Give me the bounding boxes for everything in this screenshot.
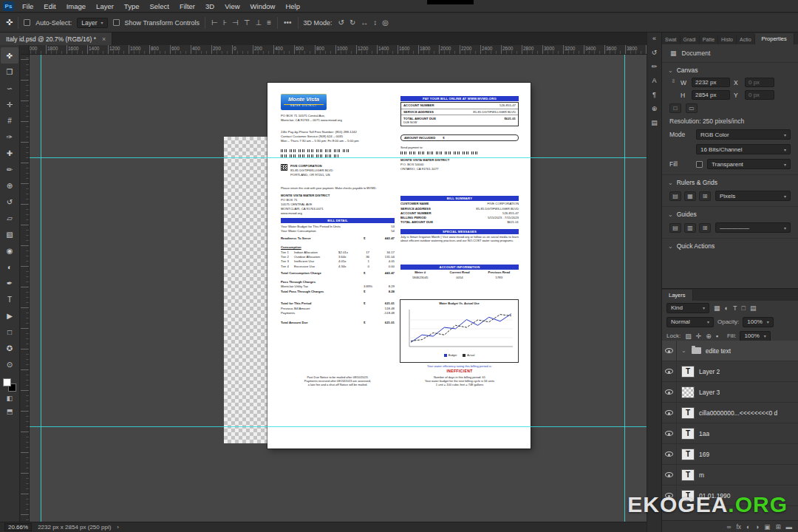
fill-checkbox[interactable]: [696, 161, 703, 168]
tab-swat[interactable]: Swat: [662, 35, 681, 44]
align-bottom-icon[interactable]: ≡: [266, 18, 272, 27]
vertical-guide[interactable]: [41, 55, 41, 522]
new-adjustment-icon[interactable]: ◑: [755, 523, 759, 531]
menu-help[interactable]: Help: [280, 0, 305, 12]
menu-file[interactable]: File: [17, 0, 38, 12]
marquee-tool[interactable]: ❒: [1, 64, 18, 80]
guides-section-header[interactable]: ⌄ Guides: [662, 206, 798, 220]
document-tab[interactable]: Italy id.psd @ 20.7% (RGB/16) * ×: [0, 33, 112, 45]
quick-actions-section-header[interactable]: ⌄ Quick Actions: [662, 238, 798, 252]
visibility-cell[interactable]: [662, 361, 677, 381]
more-options-icon[interactable]: •••: [283, 18, 293, 27]
width-field[interactable]: 2232 px: [692, 78, 730, 87]
snap-icon-icon[interactable]: ⊞: [699, 191, 711, 201]
pen-tool[interactable]: ✒: [1, 275, 18, 291]
ruler-left[interactable]: [21, 55, 30, 522]
new-layer-icon[interactable]: ⊞: [775, 523, 780, 531]
filter-adjustment-icon[interactable]: ◐: [724, 304, 729, 312]
layers-fill-dropdown[interactable]: 100%▾: [740, 331, 770, 341]
3d-slide-icon[interactable]: ↕: [372, 18, 378, 27]
filter-smart-icon[interactable]: ▤: [749, 304, 757, 312]
filter-type-icon[interactable]: T: [732, 304, 738, 312]
guide-style-dropdown[interactable]: —————▾: [715, 222, 791, 233]
eye-icon[interactable]: [665, 410, 673, 415]
align-top-icon[interactable]: ⊤: [243, 18, 251, 27]
new-group-icon[interactable]: ▣: [764, 523, 770, 531]
expand-panels-icon[interactable]: «: [652, 35, 656, 42]
zoom-level-field[interactable]: 20.66%: [4, 523, 32, 531]
layer-row[interactable]: Tcilla0000000...<<<<<<<<0 d: [662, 403, 798, 423]
show-transform-checkbox[interactable]: [113, 19, 120, 26]
paragraph-panel-icon[interactable]: ¶: [652, 91, 656, 98]
3d-roll-icon[interactable]: ↻: [349, 18, 356, 27]
visibility-cell[interactable]: [662, 403, 677, 423]
rulers-grids-section-header[interactable]: ⌄ Rulers & Grids: [662, 174, 798, 188]
grid-icon-icon[interactable]: ▦: [684, 191, 696, 201]
align-right-icon[interactable]: ⊣: [231, 18, 239, 27]
libraries-panel-icon[interactable]: ▤: [651, 119, 658, 126]
eye-icon[interactable]: [665, 472, 673, 477]
history-brush-tool[interactable]: ↺: [1, 194, 18, 210]
filter-pixel-icon[interactable]: ▦: [713, 304, 721, 312]
document-page[interactable]: Monte Vista WATER DISTRICT PO BOX 71 105…: [267, 83, 531, 449]
screen-mode-icon[interactable]: ⬒: [1, 405, 18, 418]
auto-select-checkbox[interactable]: [24, 19, 30, 26]
foreground-color-swatch[interactable]: [3, 378, 11, 386]
tab-histo[interactable]: Histo: [718, 35, 737, 44]
3d-pan-icon[interactable]: ↔: [360, 18, 369, 27]
quick-mask-icon[interactable]: ◧: [1, 392, 18, 405]
color-swatches[interactable]: [3, 378, 16, 392]
blend-mode-dropdown[interactable]: Normal▾: [666, 317, 714, 327]
layer-row[interactable]: T1aa: [662, 423, 798, 444]
layer-filter-dropdown[interactable]: Kind▾: [666, 303, 709, 313]
eye-icon[interactable]: [665, 369, 673, 374]
menu-select[interactable]: Select: [144, 0, 174, 12]
new-guide-icon-icon[interactable]: ▤: [669, 223, 681, 233]
align-center-h-icon[interactable]: ⊦: [222, 18, 228, 27]
layer-style-icon[interactable]: fx: [736, 523, 741, 531]
menu-edit[interactable]: Edit: [38, 0, 61, 12]
menu-layer[interactable]: Layer: [91, 0, 119, 12]
quick-selection-tool[interactable]: ✛: [1, 96, 18, 112]
horizontal-guide[interactable]: [30, 426, 647, 427]
y-field[interactable]: 0 px: [745, 90, 774, 100]
eye-icon[interactable]: [665, 389, 673, 395]
ruler-top[interactable]: 2000180016001400120010008006004002000200…: [21, 45, 647, 55]
visibility-cell[interactable]: [662, 444, 677, 464]
height-field[interactable]: 2854 px: [692, 90, 730, 100]
visibility-cell[interactable]: [662, 382, 677, 402]
menu-image[interactable]: Image: [61, 0, 91, 12]
layer-row[interactable]: T169: [662, 444, 798, 465]
lock-paint-icon[interactable]: ✛: [695, 332, 703, 340]
vertical-guide[interactable]: [624, 55, 625, 522]
filter-shape-icon[interactable]: □: [740, 304, 746, 312]
3d-rotate-icon[interactable]: ↺: [338, 18, 345, 27]
tab-layers[interactable]: Layers: [662, 290, 693, 301]
tab-actio[interactable]: Actio: [737, 35, 755, 44]
eye-icon[interactable]: [665, 451, 673, 457]
blur-tool[interactable]: ◉: [1, 242, 18, 259]
3d-scale-icon[interactable]: ◎: [381, 18, 389, 27]
clone-source-panel-icon[interactable]: ⊕: [652, 105, 658, 112]
lock-transparent-icon[interactable]: ▨: [684, 332, 692, 340]
zoom-tool[interactable]: ⊙: [1, 356, 18, 372]
menu-type[interactable]: Type: [119, 0, 145, 12]
ruler-icon-icon[interactable]: ▤: [669, 191, 681, 201]
eyedropper-tool[interactable]: ✑: [1, 129, 18, 145]
close-icon[interactable]: ×: [102, 35, 106, 43]
orient-landscape-icon[interactable]: ▭: [686, 103, 698, 113]
eye-icon[interactable]: [665, 348, 673, 353]
visibility-cell[interactable]: [662, 423, 677, 443]
fill-dropdown[interactable]: Transparent▾: [707, 159, 791, 169]
healing-brush-tool[interactable]: ✚: [1, 145, 18, 161]
add-mask-icon[interactable]: ◐: [746, 523, 750, 531]
tab-patte[interactable]: Patte: [700, 35, 718, 44]
tab-gradi[interactable]: Gradi: [681, 35, 700, 44]
bit-depth-dropdown[interactable]: 16 Bits/Channel▾: [696, 144, 791, 154]
history-panel-icon[interactable]: ↺: [652, 49, 658, 56]
layer-row[interactable]: ⌄edite text: [662, 341, 798, 361]
move-tool[interactable]: ✜: [1, 47, 18, 64]
lock-all-icon[interactable]: ▪: [715, 332, 719, 340]
horizontal-guide[interactable]: [30, 157, 647, 158]
brush-tool[interactable]: ✏: [1, 161, 18, 177]
